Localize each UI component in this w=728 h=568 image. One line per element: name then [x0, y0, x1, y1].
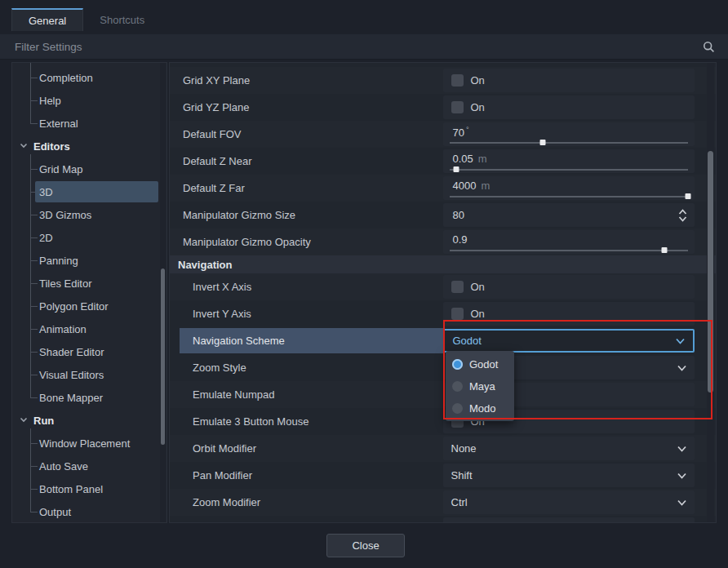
navigation-scheme-popup: Godot Maya Modo	[446, 351, 514, 421]
setting-label: Grid XY Plane	[183, 67, 250, 94]
setting-row-grid-yz-plane: Grid YZ Plane On	[170, 94, 716, 121]
search-icon	[703, 41, 715, 53]
chevron-down-icon	[19, 140, 29, 150]
slider-thumb[interactable]	[661, 247, 667, 253]
slider-track[interactable]	[450, 196, 689, 197]
setting-row-grid-xy-plane: Grid XY Plane On	[170, 67, 716, 94]
setting-label: Zoom Style	[193, 354, 246, 381]
sidebar-item-tiles-editor[interactable]: Tiles Editor	[12, 272, 166, 295]
tab-bar: General Shortcuts	[11, 8, 717, 31]
setting-label: Default Z Near	[183, 148, 252, 175]
setting-label: Emulate 3 Button Mouse	[193, 408, 309, 435]
setting-row-default-fov: Default FOV 70°	[170, 121, 716, 148]
tab-general[interactable]: General	[11, 8, 83, 31]
sidebar-item-bone-mapper[interactable]: Bone Mapper	[12, 386, 166, 409]
setting-value-cell: On	[443, 69, 695, 92]
setting-label: Warped Mouse Panning	[193, 516, 306, 523]
radio-icon	[452, 403, 463, 414]
sidebar-scrollbar-thumb[interactable]	[161, 268, 165, 445]
checkbox[interactable]	[451, 308, 464, 320]
sidebar-item-output[interactable]: Output	[12, 500, 166, 523]
popup-option-godot[interactable]: Godot	[446, 353, 514, 375]
sidebar-item-auto-save[interactable]: Auto Save	[12, 455, 166, 477]
popup-option-maya[interactable]: Maya	[446, 375, 514, 397]
checkbox-label: On	[471, 74, 485, 87]
sidebar-item-run[interactable]: Run	[12, 409, 166, 432]
sidebar-item-shader-editor[interactable]: Shader Editor	[12, 340, 166, 363]
settings-scrollbar[interactable]	[707, 63, 714, 522]
sidebar-item-animation[interactable]: Animation	[12, 317, 166, 340]
spinner-field[interactable]: 80	[443, 203, 695, 227]
chevron-down-icon	[677, 445, 687, 452]
setting-row-pan-modifier: Pan Modifier Shift	[170, 462, 716, 489]
setting-row-manipulator-gizmo-size: Manipulator Gizmo Size 80	[170, 202, 716, 229]
slider-field[interactable]: 0.9	[443, 230, 695, 254]
settings-scrollbar-thumb[interactable]	[708, 151, 713, 393]
filter-settings-input[interactable]	[0, 34, 728, 59]
sidebar-item-polygon-editor[interactable]: Polygon Editor	[12, 295, 166, 317]
slider-thumb[interactable]	[539, 140, 545, 145]
sidebar-item-external[interactable]: External	[12, 112, 166, 135]
setting-row-invert-x-axis: Invert X Axis On	[170, 273, 716, 300]
setting-label: Pan Modifier	[193, 462, 252, 489]
sidebar-item-bottom-panel[interactable]: Bottom Panel	[12, 477, 166, 500]
checkbox[interactable]	[451, 281, 464, 293]
slider-track[interactable]	[450, 169, 689, 171]
dropdown-value: None	[451, 442, 477, 455]
slider-thumb[interactable]	[686, 193, 691, 199]
setting-row-zoom-modifier: Zoom Modifier Ctrl	[170, 489, 716, 516]
setting-row-manipulator-gizmo-opacity: Manipulator Gizmo Opacity 0.9	[170, 229, 716, 255]
sidebar-item-panning[interactable]: Panning	[12, 249, 166, 272]
sidebar-item-completion[interactable]: Completion	[12, 66, 166, 89]
sidebar-item-2d[interactable]: 2D	[12, 226, 166, 249]
checkbox[interactable]	[451, 101, 464, 113]
slider-value: 0.05	[451, 153, 473, 165]
slider-field[interactable]: 0.05m	[443, 149, 695, 173]
setting-row-navigation-scheme: Navigation Scheme Godot	[170, 327, 716, 354]
checkbox-label: On	[471, 101, 485, 113]
settings-panel: Grid XY Plane On Grid YZ Plane On Defaul…	[169, 62, 717, 523]
orbit-modifier-dropdown[interactable]: None	[443, 437, 695, 460]
sidebar-item-3d-gizmos[interactable]: 3D Gizmos	[12, 203, 166, 226]
setting-value-cell	[443, 517, 695, 523]
sidebar-item-help[interactable]: Help	[12, 89, 166, 112]
setting-label: Emulate Numpad	[193, 381, 274, 408]
popup-option-modo[interactable]: Modo	[446, 397, 514, 419]
slider-track[interactable]	[450, 142, 689, 144]
setting-label: Invert Y Axis	[193, 300, 251, 327]
sidebar-item-grid-map[interactable]: Grid Map	[12, 158, 166, 180]
setting-label: Orbit Modifier	[193, 435, 256, 462]
setting-label: Manipulator Gizmo Opacity	[183, 229, 311, 255]
setting-row-emulate-3-button-mouse: Emulate 3 Button Mouse On	[170, 408, 716, 435]
sidebar-item-editors[interactable]: Editors	[12, 135, 166, 158]
sidebar-item-visual-editors[interactable]: Visual Editors	[12, 363, 166, 386]
tab-shortcuts[interactable]: Shortcuts	[83, 8, 161, 31]
sidebar-item-3d[interactable]: 3D	[12, 180, 166, 203]
navigation-scheme-dropdown[interactable]: Godot	[443, 329, 695, 353]
setting-value-cell: On	[443, 275, 695, 299]
slider-track[interactable]	[450, 250, 689, 251]
checkbox[interactable]	[451, 74, 464, 87]
dialog-footer: Close	[0, 525, 728, 568]
slider-field[interactable]: 4000m	[443, 176, 695, 200]
tab-shortcuts-label: Shortcuts	[100, 14, 144, 26]
setting-label: Default Z Far	[183, 175, 245, 202]
slider-field[interactable]: 70°	[443, 122, 695, 146]
close-button[interactable]: Close	[326, 534, 405, 557]
spinner-updown-icon[interactable]	[678, 209, 687, 222]
setting-row-emulate-numpad: Emulate Numpad	[170, 381, 716, 408]
pan-modifier-dropdown[interactable]: Shift	[443, 464, 695, 487]
dropdown-value: Ctrl	[451, 496, 468, 508]
slider-value: 0.9	[451, 233, 468, 246]
tab-general-label: General	[29, 15, 66, 27]
degrees-suffix: °	[466, 126, 469, 134]
sidebar-item-window-placement[interactable]: Window Placement	[12, 432, 166, 455]
setting-row-default-z-far: Default Z Far 4000m	[170, 175, 716, 202]
chevron-down-icon	[677, 499, 687, 506]
slider-thumb[interactable]	[454, 166, 459, 172]
setting-row-invert-y-axis: Invert Y Axis On	[170, 300, 716, 327]
zoom-modifier-dropdown[interactable]: Ctrl	[443, 490, 695, 514]
setting-label: Navigation Scheme	[193, 327, 285, 354]
sidebar-scrollbar[interactable]	[160, 63, 166, 522]
slider-value: 70	[451, 126, 464, 139]
